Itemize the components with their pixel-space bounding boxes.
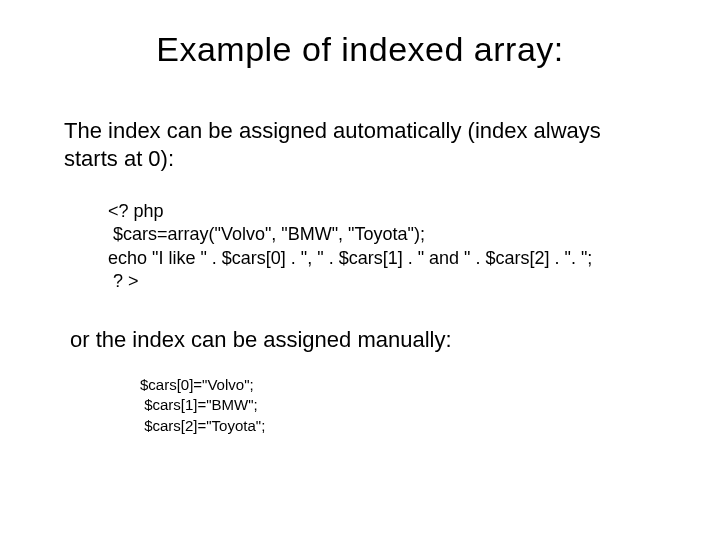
manual-index-paragraph: or the index can be assigned manually: [60, 326, 660, 354]
intro-paragraph: The index can be assigned automatically … [60, 117, 660, 172]
slide-title: Example of indexed array: [60, 30, 660, 69]
php-code-block-manual-index: $cars[0]="Volvo"; $cars[1]="BMW"; $cars[… [60, 375, 660, 436]
php-code-block-auto-index: <? php $cars=array("Volvo", "BMW", "Toyo… [60, 200, 660, 294]
